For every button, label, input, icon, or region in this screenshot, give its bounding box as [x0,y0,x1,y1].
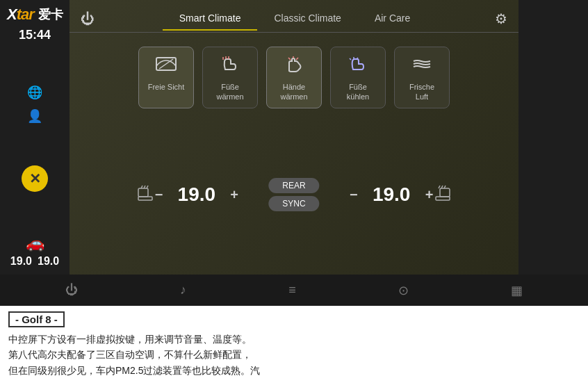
left-sidebar: 15:44 🌐 👤 ✕ 🚗 19.0 19.0 [0,0,70,275]
temp-value-right: 19.0 [369,183,414,206]
rear-sync-group: REAR SYNC [268,178,319,211]
right-sidebar [518,0,588,275]
fusse-kuhlen-label: Füßekühlen [347,82,369,102]
svg-line-17 [439,186,440,188]
freie-sicht-icon [156,56,177,76]
bottom-nav-icon[interactable]: ⊙ [398,283,409,298]
aika-text: 爱卡 [38,6,63,23]
bottom-bar: ⏻ ♪ ≡ ⊙ ▦ [0,275,588,306]
svg-rect-11 [138,197,152,200]
svg-line-4 [288,58,291,60]
sync-button[interactable]: SYNC [268,196,319,211]
temp-row-left: 19.0 19.0 [10,255,59,268]
hande-warmen-icon [284,56,304,76]
globe-icon: 🌐 [27,85,42,100]
temp-control-right: − 19.0 + [350,183,433,206]
temp-minus-right[interactable]: − [350,187,358,203]
temp-plus-right[interactable]: + [425,187,434,203]
mode-fusse-kuhlen[interactable]: Füßekühlen [330,47,386,108]
close-button[interactable]: ✕ [22,165,48,192]
car-icon: 🚗 [26,234,44,252]
mode-hande-warmen[interactable]: Händewärmen [266,47,322,108]
time-display: 15:44 [19,28,51,42]
svg-line-7 [350,58,351,60]
hande-warmen-label: Händewärmen [280,82,307,102]
caption-area: - Golf 8 - 中控屏下方设有一排虚拟按键，用来调节音量、温度等。 第八代… [0,306,588,392]
bottom-menu-icon[interactable]: ≡ [288,283,296,297]
watermark: Xtar 爱卡 [7,6,63,24]
mode-freie-sicht[interactable]: Freie Sicht [138,47,194,108]
svg-rect-16 [436,197,450,200]
temp-value-left: 19.0 [174,183,219,206]
bottom-controls: − 19.0 + REAR SYNC − 19.0 + [70,115,518,275]
fusse-kuhlen-icon [348,56,368,76]
bottom-apps-icon[interactable]: ▦ [511,283,523,298]
freie-sicht-label: Freie Sicht [148,82,185,92]
fusse-warmen-icon [220,56,240,76]
climate-screen: ⏻ Smart Climate Classic Climate Air Care… [70,0,518,275]
caption-text: 中控屏下方设有一排虚拟按键，用来调节音量、温度等。 第八代高尔夫配备了三区自动空… [8,332,580,378]
tabs-container: Smart Climate Classic Climate Air Care [95,7,495,31]
rear-button[interactable]: REAR [268,178,319,193]
svg-line-6 [296,58,298,60]
golf-title: - Golf 8 - [8,311,65,327]
svg-line-14 [147,186,148,188]
seat-heat-left-button[interactable] [136,183,155,206]
mode-frische-luft[interactable]: FrischeLuft [394,47,450,108]
settings-button[interactable]: ⚙ [495,10,507,27]
seat-heat-right-button[interactable] [433,183,452,206]
temp-left-value: 19.0 [10,255,32,268]
temp-right-value: 19.0 [38,255,59,268]
xtar-logo: Xtar [7,6,34,24]
frische-luft-icon [411,56,432,76]
person-icon: 👤 [27,108,42,124]
power-button[interactable]: ⏻ [81,11,95,27]
bottom-power-icon[interactable]: ⏻ [65,283,78,297]
tabs-bar: ⏻ Smart Climate Classic Climate Air Care… [70,0,518,31]
svg-rect-10 [138,188,148,197]
tab-air-care[interactable]: Air Care [358,7,427,31]
mode-fusse-warmen[interactable]: Füßewärmen [202,47,258,108]
modes-area: Freie Sicht Füßewärmen [70,33,518,115]
bottom-music-icon[interactable]: ♪ [180,283,186,297]
frische-luft-label: FrischeLuft [409,82,434,102]
temp-left-container: 🚗 19.0 19.0 [10,234,59,268]
tab-classic-climate[interactable]: Classic Climate [257,7,357,31]
sidebar-icons: 🌐 👤 [27,85,42,124]
temp-control-left: − 19.0 + [155,183,238,206]
tab-smart-climate[interactable]: Smart Climate [163,7,258,31]
fusse-warmen-label: Füßewärmen [216,82,243,102]
svg-rect-15 [440,188,450,197]
temp-minus-left[interactable]: − [155,187,163,203]
temp-plus-left[interactable]: + [230,187,238,203]
